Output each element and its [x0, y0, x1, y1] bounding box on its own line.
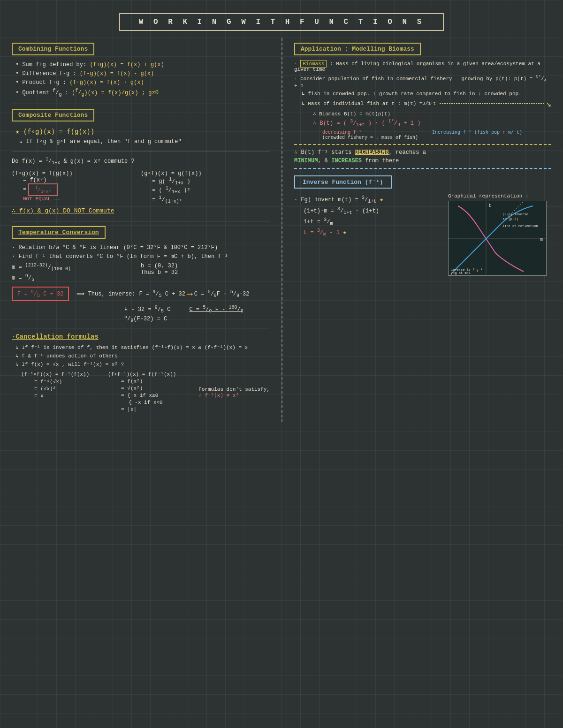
F-equation: F = 9/5 C + 32 — [12, 287, 69, 301]
cancel-line3: ↳ If f(x) = √x , will f⁻¹(x) = x² ? — [15, 361, 270, 367]
cancel-line2: ↳ f & f⁻¹ undoes action of others — [15, 353, 270, 359]
cancel-fog-3: = x — [34, 393, 108, 399]
cancel-gof-5: = |x| — [121, 407, 195, 412]
cancel-conclusion2: ∴ f⁻¹(x) ≠ x² — [198, 392, 270, 398]
composite-note: ↳ If f∘g & g∘f are equal, then "f and g … — [19, 138, 270, 145]
F-step3: 5/9(F-32) = C — [124, 314, 170, 323]
inv-step3: t = 3/m - 1 ★ — [304, 228, 443, 237]
cancel-gof-4: { -x if x<0 — [129, 400, 195, 405]
commute-example: Do f(x) = 1/1+x & g(x) = x² commute ? (f… — [12, 157, 270, 214]
biomass-def: · Biomass : Mass of living biological or… — [294, 61, 551, 72]
b-val: Thus b = 32 — [141, 269, 270, 276]
commute-question: Do f(x) = 1/1+x & g(x) = x² commute ? — [12, 157, 270, 166]
svg-text:to (p,3): to (p,3) — [502, 217, 518, 221]
m-calc: m = (212-32)/(100-0) — [12, 263, 141, 272]
biomass-section: Application : Modelling Biomass · Biomas… — [294, 43, 551, 169]
arrow-implies: ⟹ Thus, inverse: — [76, 290, 135, 297]
svg-text:m: m — [540, 237, 543, 243]
arrow-orange: ⟶ — [187, 288, 192, 299]
cancel-fog-header: (f⁻¹∘f)(x) = f⁻¹(f(x)) — [21, 371, 108, 377]
biomass-arrow1: ↳ fish in crowded pop. ↑ growth rate com… — [302, 91, 551, 97]
graph-label: Graphical representation : — [448, 193, 551, 199]
composite-star: ★ (f∘g)(x) = f(g(x)) — [15, 128, 270, 136]
inverse-section: Inverse Function (f⁻¹) · Eg) invert m(t)… — [294, 175, 551, 276]
svg-text:t: t — [488, 203, 491, 208]
cancel-gof-2: = √(x²) — [121, 386, 195, 391]
cancellation-label: ·Cancellation formulas — [12, 333, 270, 341]
commute-conclusion: ∴ f(x) & g(x) DO NOT Commute — [12, 207, 270, 214]
increasing-note: Increasing f⁻¹ (fish pop ↑ w/ t) — [432, 129, 522, 135]
B-eq: ∴ B(t) = ( 3/1+t ) · ( t²/4 + 1 ) — [313, 119, 551, 128]
left-panel: Combining Functions • Sum f+g defined by… — [0, 38, 282, 422]
F-step2: F - 32 = 9/5 C — [124, 305, 170, 314]
crowded-note: (crowded fishery = ↓ mass of fish) — [322, 135, 418, 140]
temperature-section: Temperature Conversion · Relation b/w °C… — [12, 226, 270, 323]
composite-label: Composite Functions — [12, 109, 94, 121]
biomass-conclusion1: ∴ B(t) f⁻¹ starts DECREASING, reaches a — [294, 149, 551, 156]
temp-line2: · Find f⁻¹ that converts °C to °F (In fo… — [12, 253, 270, 260]
biomass-label: Application : Modelling Biomass — [294, 43, 421, 55]
inv-step2: 1+t = 3/m — [304, 217, 443, 226]
gof-step3: = 1/(1+x)² — [152, 195, 270, 204]
cancel-line1: ↳ If f⁻¹ is inverse of f, then it satisf… — [15, 344, 270, 350]
combining-line4: • Quotient f/g : (f/g)(x) = f(x)/g(x) ; … — [15, 88, 270, 97]
gof-step1: = g( 1/1+x ) — [152, 177, 270, 186]
page-title: W O R K I N G W I T H F U N C T I O N S — [119, 13, 444, 31]
cancel-gof-header: (f∘f⁻¹)(x) = f(f⁻¹(x)) — [108, 371, 195, 377]
b-calc: b = (0, 32) — [141, 263, 270, 269]
gof-step2: = ( 1/1+x )² — [152, 186, 270, 195]
svg-text:y=g at m=1: y=g at m=1 — [451, 271, 471, 275]
cancel-fog-2: = (√x)² — [34, 386, 108, 392]
fog-not-equal: NOT EQUAL —— — [23, 196, 141, 202]
fog-step2: = 1/1+x² — [23, 183, 141, 196]
decreasing-note: decreasing f⁻¹ — [322, 129, 418, 135]
combining-label: Combining Functions — [12, 43, 94, 55]
composite-section: Composite Functions ★ (f∘g)(x) = f(g(x))… — [12, 109, 270, 145]
temp-line1: · Relation b/w °C & °F is linear (0°C = … — [12, 244, 270, 251]
fog-header: (f∘g)(x) = f(g(x)) — [12, 170, 141, 177]
biomass-line1: · Consider population of fish in commerc… — [294, 74, 551, 89]
combining-line1: • Sum f+g defined by: (f+g)(x) = f(x) + … — [15, 61, 270, 68]
cancel-gof-1: = f(x²) — [121, 379, 195, 384]
C-step1: C = 5/9F - 5/9·32 — [194, 289, 250, 298]
inverse-graph: m t (3,p) inverse to (p,3) line of refle… — [448, 201, 547, 276]
svg-text:(3,p) inverse: (3,p) inverse — [502, 212, 528, 216]
cancel-conclusion1: Formulas don't satisfy, — [198, 387, 270, 392]
cancel-gof-3: = { x if x≥0 — [121, 393, 195, 398]
inverse-step1: F = 9/5 C + 32 — [139, 289, 185, 298]
combining-line3: • Product f·g : (f·g)(x) = f(x) · g(x) — [15, 79, 270, 86]
inverse-label: Inverse Function (f⁻¹) — [294, 175, 392, 189]
cancellation-section: ·Cancellation formulas ↳ If f⁻¹ is inver… — [12, 333, 270, 414]
m-val: m = 9/5 — [12, 273, 141, 282]
svg-text:line of reflection: line of reflection — [502, 224, 538, 228]
cancel-fog-1: = f⁻¹(√x) — [34, 379, 108, 385]
combining-section: Combining Functions • Sum f+g defined by… — [12, 43, 270, 97]
gof-header: (g∘f)(x) = g(f(x)) — [141, 170, 270, 177]
svg-text:inverse is f=g⁻¹: inverse is f=g⁻¹ — [451, 268, 482, 272]
fog-step1: = f(x²) — [23, 177, 141, 183]
biomass-eq: ∴ Biomass B(t) = m(t)p(t) — [313, 111, 551, 117]
right-panel: Application : Modelling Biomass · Biomas… — [282, 38, 563, 422]
combining-line2: • Difference f-g : (f-g)(x) = f(x) - g(x… — [15, 70, 270, 77]
inv-step1: (1+t)·m = 3/1+t · (1+t) — [304, 206, 443, 215]
biomass-mass: ↳ Mass of individual fish at t : m(t) = … — [302, 99, 551, 109]
biomass-conclusion2: MINIMUM, & INCREASES from there — [294, 158, 551, 164]
C-underline: C = 5/9 F - 160/9 — [189, 305, 243, 314]
inverse-example: · Eg) invert m(t) = 3/1+t ★ — [294, 195, 443, 204]
temperature-label: Temperature Conversion — [12, 226, 106, 239]
